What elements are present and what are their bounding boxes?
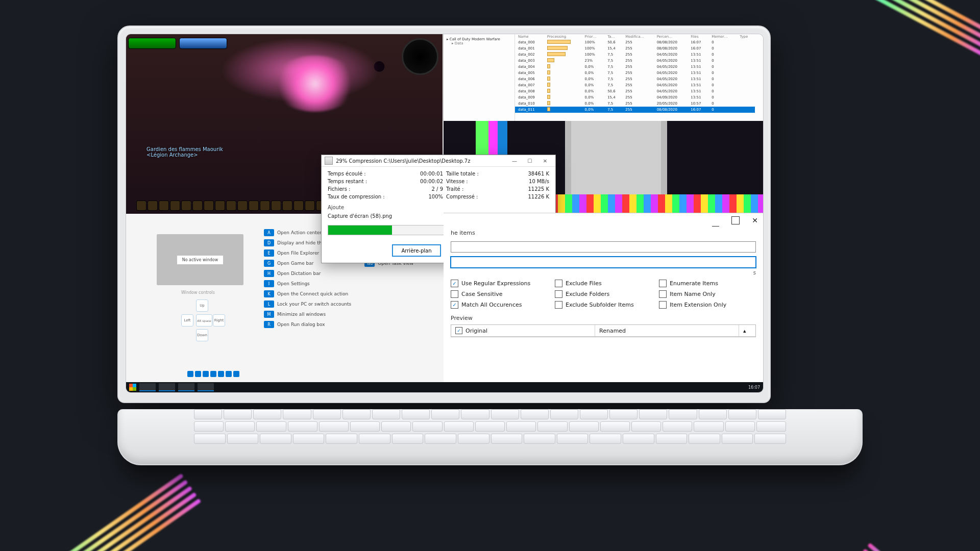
task-button[interactable]: [178, 383, 194, 391]
minimize-button[interactable]: —: [507, 156, 522, 165]
col-renamed[interactable]: Renamed: [595, 325, 739, 336]
shortcut-item: KOpen the Connect quick action: [264, 290, 351, 297]
keyboard: [194, 409, 786, 443]
preview-label: Preview: [444, 311, 763, 321]
taskbar[interactable]: 16:07: [126, 382, 763, 392]
start-button[interactable]: [129, 384, 136, 391]
decorative-streak: [855, 540, 980, 551]
opt-regex[interactable]: Use Regular Expressions: [451, 280, 548, 287]
opt-exclude-files[interactable]: Exclude Files: [555, 280, 652, 287]
shortcut-item: ROpen Run dialog box: [264, 321, 351, 328]
maximize-icon[interactable]: [731, 216, 740, 224]
search-input[interactable]: [451, 241, 756, 253]
target-frame: [179, 38, 227, 49]
opt-match-all[interactable]: Match All Occurences: [451, 301, 548, 309]
task-button[interactable]: [198, 383, 214, 391]
mini-taskbar-icons: [187, 371, 239, 377]
opt-case-sensitive[interactable]: Case Sensitive: [451, 290, 548, 298]
opt-extension-only[interactable]: Item Extension Only: [659, 301, 756, 309]
window-controls[interactable]: ✕: [444, 213, 763, 228]
minimize-icon[interactable]: [712, 219, 719, 227]
hint-text: he items: [451, 230, 475, 236]
shortcut-item: LLock your PC or switch accounts: [264, 300, 351, 308]
desktop: Gardien des flammes Maourik <Légion Arch…: [126, 34, 763, 392]
task-button[interactable]: [139, 383, 156, 391]
scroll-up[interactable]: ▴: [739, 325, 755, 336]
background-button[interactable]: Arrière-plan: [392, 244, 441, 257]
maximize-button[interactable]: ☐: [523, 156, 537, 165]
col-original[interactable]: ✓Original: [451, 325, 595, 336]
process-table[interactable]: NameProcessingPrior…Ta…Modifica…Percen…F…: [515, 34, 755, 113]
folder-tree[interactable]: ▸ Call of Duty Modern Warfare ▸ Data: [444, 34, 515, 121]
shortcut-item: MMinimize all windows: [264, 311, 351, 318]
trailing-char: s: [444, 270, 763, 276]
opt-enumerate[interactable]: Enumerate Items: [659, 280, 756, 287]
task-button[interactable]: [159, 383, 175, 391]
laptop-base: [117, 409, 863, 465]
laptop-mockup: Gardien des flammes Maourik <Légion Arch…: [117, 26, 863, 465]
shortcut-item: HOpen Dictation bar: [264, 270, 351, 277]
window-preview: No active window: [157, 234, 243, 285]
dpad: Up Left Alt space Right Down: [181, 299, 222, 340]
decorative-streak: [0, 470, 203, 551]
task-manager-window[interactable]: ▸ Call of Duty Modern Warfare ▸ Data Nam…: [443, 34, 763, 121]
close-button[interactable]: ✕: [538, 156, 552, 165]
system-tray[interactable]: 16:07: [748, 385, 760, 390]
minimap: [402, 38, 438, 75]
opt-exclude-folders[interactable]: Exclude Folders: [555, 290, 652, 298]
shortcut-item: IOpen Settings: [264, 280, 351, 287]
close-icon[interactable]: ✕: [752, 216, 758, 224]
npc-nameplate: Gardien des flammes Maourik <Légion Arch…: [146, 146, 223, 158]
status-label: Ajoute: [328, 205, 549, 210]
opt-exclude-subfolder[interactable]: Exclude Subfolder Items: [555, 301, 652, 309]
preview-table[interactable]: ✓Original Renamed ▴: [451, 324, 756, 337]
power-rename-window[interactable]: ✕ he items s Use Regular Expressions Exc…: [444, 213, 763, 382]
window-controls-label: Window controls: [181, 290, 215, 295]
replace-input[interactable]: [451, 257, 756, 268]
progress-stats: Temps écoulé :00:00:01Taille totale :384…: [328, 171, 549, 199]
opt-name-only[interactable]: Item Name Only: [659, 290, 756, 298]
dialog-title: 29% Compression C:\Users\julie\Desktop\D…: [336, 158, 470, 164]
options-grid: Use Regular Expressions Exclude Files En…: [444, 276, 763, 311]
sevenzip-icon: [325, 157, 333, 165]
player-health-bar: [128, 38, 176, 49]
dialog-titlebar[interactable]: 29% Compression C:\Users\julie\Desktop\D…: [322, 155, 555, 167]
